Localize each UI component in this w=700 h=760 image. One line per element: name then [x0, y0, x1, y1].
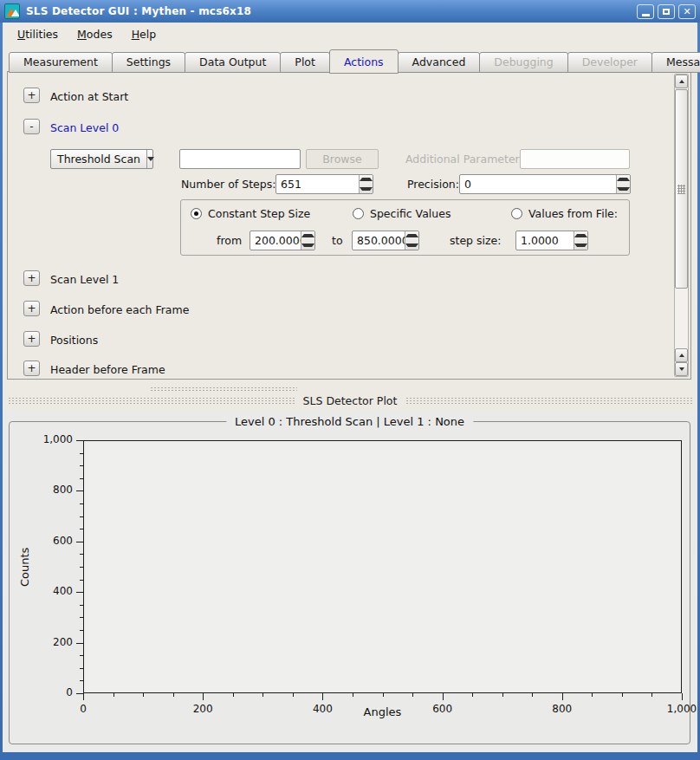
- x-major-tick: [322, 693, 323, 700]
- dock-texture-left: [8, 397, 295, 405]
- app-window: SLS Detector GUI : Mythen - mcs6x18 ✕ Ut…: [0, 0, 700, 760]
- scroll-down-button[interactable]: [675, 362, 688, 376]
- scroll-up-button[interactable]: [675, 75, 688, 88]
- y-minor-tick: [80, 453, 83, 454]
- minimize-button[interactable]: [637, 4, 654, 19]
- x-minor-tick: [293, 693, 294, 697]
- chevron-down-icon: [147, 157, 154, 161]
- radio-values-from-file[interactable]: [511, 208, 522, 219]
- step-size-spinbox[interactable]: 1.0000: [515, 231, 588, 250]
- menu-help[interactable]: Help: [125, 24, 164, 44]
- x-major-tick: [83, 693, 84, 700]
- vertical-scrollbar[interactable]: [674, 74, 689, 377]
- close-button[interactable]: ✕: [678, 4, 696, 19]
- x-major-tick: [443, 693, 444, 700]
- x-minor-tick: [651, 693, 652, 697]
- from-label: from: [217, 234, 242, 247]
- title-bar[interactable]: SLS Detector GUI : Mythen - mcs6x18 ✕: [0, 0, 700, 23]
- plot-dock-header[interactable]: SLS Detector Plot: [8, 394, 692, 406]
- minimize-icon: [642, 14, 650, 16]
- y-major-tick: [76, 592, 83, 593]
- radio-specific-values[interactable]: [353, 208, 364, 219]
- scan-mode-value: Threshold Scan: [51, 150, 146, 168]
- number-of-steps-value: 651: [276, 175, 359, 193]
- spin-down-icon[interactable]: [574, 241, 587, 250]
- browse-button[interactable]: Browse: [306, 149, 379, 169]
- x-tick-label: 0: [62, 703, 105, 715]
- collapse-scan-level-0-button[interactable]: -: [23, 119, 40, 134]
- expand-action-before-each-frame-button[interactable]: +: [23, 301, 40, 316]
- x-major-tick: [682, 693, 683, 700]
- y-major-tick: [76, 643, 83, 644]
- y-minor-tick: [80, 617, 83, 618]
- spin-up-icon[interactable]: [405, 231, 418, 241]
- tab-advanced[interactable]: Advanced: [398, 52, 481, 73]
- y-minor-tick: [80, 580, 83, 581]
- app-icon: [4, 3, 20, 19]
- x-minor-tick: [622, 693, 623, 697]
- spin-up-icon[interactable]: [617, 175, 630, 185]
- tab-developer[interactable]: Developer: [567, 52, 652, 73]
- spin-down-icon[interactable]: [301, 241, 314, 250]
- scroll-up-button-bottom[interactable]: [675, 348, 688, 362]
- menu-utilities[interactable]: Utilities: [10, 24, 65, 44]
- from-spinbox[interactable]: 200.0000: [250, 231, 315, 250]
- x-major-tick: [203, 693, 204, 700]
- x-minor-tick: [173, 693, 174, 697]
- spin-up-icon[interactable]: [360, 175, 373, 185]
- spin-up-icon[interactable]: [301, 231, 314, 241]
- x-minor-tick: [262, 693, 263, 697]
- expand-header-before-frame-button[interactable]: +: [23, 361, 40, 376]
- spin-down-icon[interactable]: [360, 185, 373, 194]
- radio-constant-step-size[interactable]: [191, 208, 202, 219]
- x-minor-tick: [532, 693, 533, 697]
- expand-positions-button[interactable]: +: [23, 331, 40, 347]
- y-minor-tick: [80, 529, 83, 529]
- to-label: to: [332, 234, 343, 247]
- dock-texture-right: [405, 397, 692, 405]
- x-tick-label: 800: [541, 703, 584, 715]
- y-major-tick: [76, 542, 83, 542]
- radio-values-from-file-label: Values from File:: [528, 207, 618, 220]
- scan-mode-select[interactable]: Threshold Scan: [50, 149, 153, 169]
- y-tick-label: 0: [29, 686, 73, 698]
- additional-parameter-input[interactable]: [520, 149, 630, 169]
- section-action-before-each-frame: Action before each Frame: [50, 303, 189, 316]
- x-major-tick: [562, 693, 563, 700]
- tab-data-output[interactable]: Data Output: [185, 52, 281, 73]
- y-minor-tick: [80, 567, 83, 568]
- spin-down-icon[interactable]: [617, 185, 630, 194]
- actions-tab-panel: + Action at Start - Scan Level 0 Thresho…: [7, 71, 691, 380]
- section-positions: Positions: [50, 334, 98, 347]
- menu-modes[interactable]: Modes: [70, 24, 120, 44]
- step-size-value: 1.0000: [516, 231, 574, 250]
- y-axis-label: Counts: [18, 440, 31, 693]
- tab-plot[interactable]: Plot: [280, 52, 330, 73]
- section-scan-level-1: Scan Level 1: [50, 273, 119, 286]
- expand-action-at-start-button[interactable]: +: [23, 88, 40, 103]
- to-spinbox[interactable]: 850.0000: [352, 231, 419, 250]
- tab-debugging[interactable]: Debugging: [479, 52, 567, 73]
- tab-measurement[interactable]: Measurement: [9, 52, 113, 73]
- tab-actions[interactable]: Actions: [329, 49, 399, 74]
- precision-spinbox[interactable]: 0: [459, 174, 631, 194]
- tab-messages[interactable]: Messages: [651, 52, 700, 73]
- splitter-handle[interactable]: [150, 386, 297, 393]
- number-of-steps-spinbox[interactable]: 651: [275, 174, 373, 194]
- y-minor-tick: [80, 655, 83, 656]
- scrollbar-thumb[interactable]: [675, 89, 688, 289]
- spin-down-icon[interactable]: [405, 241, 418, 250]
- x-tick-label: 200: [181, 703, 224, 715]
- expand-scan-level-1-button[interactable]: +: [23, 270, 40, 286]
- x-minor-tick: [353, 693, 353, 697]
- x-tick-label: 600: [421, 703, 464, 715]
- scroll-down-icon: [679, 367, 684, 371]
- step-size-label: step size:: [450, 234, 501, 247]
- maximize-icon: [663, 9, 670, 15]
- section-scan-level-0: Scan Level 0: [50, 121, 119, 134]
- y-major-tick: [76, 693, 83, 694]
- script-path-input[interactable]: [179, 149, 301, 169]
- maximize-button[interactable]: [658, 4, 675, 19]
- tab-settings[interactable]: Settings: [112, 52, 185, 73]
- spin-up-icon[interactable]: [574, 231, 587, 241]
